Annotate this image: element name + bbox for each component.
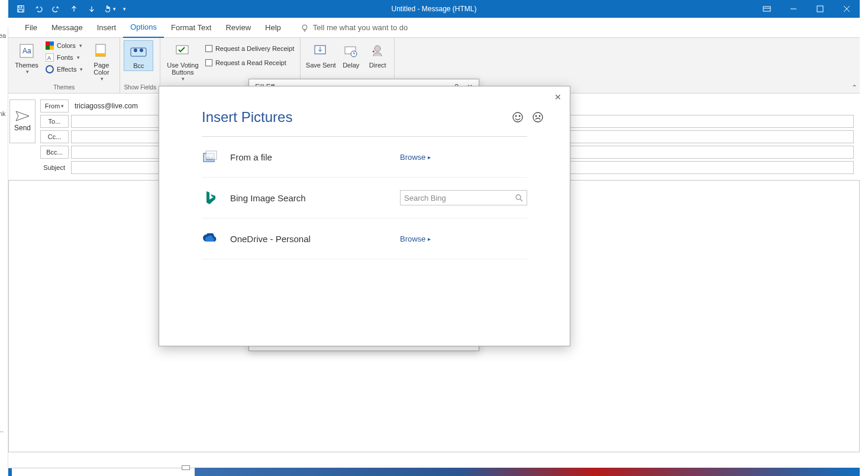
- ribbon-display-button[interactable]: [753, 0, 780, 18]
- tab-review[interactable]: Review: [218, 18, 258, 38]
- onedrive-icon: [202, 230, 218, 247]
- tell-me-placeholder: Tell me what you want to do: [313, 23, 408, 32]
- dialog-title: Insert Pictures: [159, 86, 570, 136]
- search-icon: [515, 194, 523, 202]
- window-title: Untitled - Message (HTML): [391, 5, 476, 13]
- svg-rect-11: [46, 41, 50, 46]
- delivery-receipt-checkbox[interactable]: Request a Delivery Receipt: [203, 44, 296, 53]
- svg-point-21: [134, 49, 137, 52]
- bcc-icon: [129, 42, 148, 61]
- quick-access-toolbar: ▾ ▾: [8, 1, 129, 17]
- colors-button[interactable]: Colors▾: [43, 40, 85, 51]
- svg-point-32: [535, 115, 537, 117]
- colors-icon: [45, 41, 54, 50]
- svg-point-31: [533, 112, 543, 122]
- send-button[interactable]: Send: [9, 99, 36, 143]
- svg-point-29: [515, 115, 517, 117]
- direct-icon: [368, 41, 387, 60]
- svg-line-38: [520, 199, 522, 201]
- effects-icon: [45, 65, 54, 74]
- fonts-button[interactable]: AFonts▾: [43, 52, 85, 63]
- save-button[interactable]: [13, 1, 28, 17]
- minimize-button[interactable]: [780, 0, 806, 18]
- group-show-fields: Bcc Show Fields: [120, 38, 160, 93]
- bcc-button[interactable]: Bcc: [124, 40, 153, 71]
- page-color-icon: [92, 41, 111, 60]
- undo-button[interactable]: [31, 1, 46, 17]
- svg-point-27: [375, 46, 380, 52]
- subject-label: Subject: [40, 161, 69, 174]
- svg-point-17: [46, 66, 53, 73]
- send-icon: [15, 111, 30, 121]
- bing-search-placeholder: Search Bing: [404, 194, 515, 202]
- tell-me-search[interactable]: Tell me what you want to do: [300, 23, 408, 33]
- svg-rect-3: [763, 7, 770, 11]
- close-button[interactable]: [833, 0, 860, 18]
- svg-point-22: [140, 49, 143, 52]
- tab-file[interactable]: File: [18, 18, 44, 38]
- fonts-icon: A: [45, 53, 54, 62]
- fragment-text: ..: [0, 426, 4, 433]
- svg-rect-13: [46, 46, 50, 50]
- svg-rect-5: [817, 6, 823, 12]
- cc-button[interactable]: Cc...: [40, 130, 69, 143]
- svg-text:A: A: [47, 55, 51, 61]
- redo-button[interactable]: [49, 1, 64, 17]
- title-bar: ▾ ▾ Untitled - Message (HTML): [8, 0, 860, 18]
- voting-buttons-button[interactable]: Use Voting Buttons▾: [164, 40, 202, 83]
- svg-rect-2: [19, 9, 23, 12]
- svg-rect-36: [206, 151, 217, 159]
- partial-panel-left: [0, 27, 8, 476]
- down-arrow-icon[interactable]: [84, 1, 99, 17]
- from-file-row: From a file Browse▸: [202, 137, 527, 178]
- up-arrow-icon[interactable]: [66, 1, 82, 17]
- tab-message[interactable]: Message: [44, 18, 90, 38]
- themes-button[interactable]: Aa Themes▾: [12, 40, 41, 76]
- direct-replies-button[interactable]: Direct: [364, 40, 391, 70]
- svg-rect-20: [131, 48, 146, 56]
- from-button[interactable]: From▾: [40, 99, 69, 112]
- from-file-browse-link[interactable]: Browse▸: [400, 153, 431, 162]
- onedrive-browse-link[interactable]: Browse▸: [400, 234, 431, 243]
- maximize-button[interactable]: [806, 0, 833, 18]
- file-icon: [202, 149, 218, 165]
- delay-delivery-button[interactable]: Delay: [338, 40, 363, 70]
- onedrive-label: OneDrive - Personal: [230, 234, 388, 244]
- dialog-close-button[interactable]: ✕: [554, 92, 562, 102]
- smile-icon[interactable]: [512, 111, 524, 123]
- svg-point-37: [516, 195, 521, 200]
- bing-search-row: Bing Image Search Search Bing: [202, 178, 527, 218]
- tab-format-text[interactable]: Format Text: [164, 18, 218, 38]
- collapse-ribbon-button[interactable]: ⌃: [851, 83, 857, 92]
- delay-icon: [341, 41, 360, 60]
- insert-pictures-dialog: ✕ Insert Pictures From a file Browse▸ Bi…: [159, 86, 570, 346]
- frown-icon[interactable]: [532, 111, 544, 123]
- svg-rect-1: [19, 6, 22, 8]
- tab-help[interactable]: Help: [258, 18, 288, 38]
- bcc-button[interactable]: Bcc...: [40, 146, 69, 159]
- touch-mode-button[interactable]: ▾: [102, 1, 117, 17]
- svg-point-33: [539, 115, 540, 117]
- lightbulb-icon: [300, 23, 309, 33]
- ribbon-tabs: File Message Insert Options Format Text …: [8, 18, 860, 38]
- page-color-button[interactable]: Page Color▾: [86, 40, 116, 83]
- tab-options[interactable]: Options: [123, 18, 164, 38]
- tab-insert[interactable]: Insert: [90, 18, 124, 38]
- feedback-buttons: [512, 111, 544, 123]
- svg-point-28: [513, 112, 522, 122]
- effects-button[interactable]: Effects▾: [43, 64, 85, 75]
- bing-search-input[interactable]: Search Bing: [400, 190, 527, 205]
- themes-icon: Aa: [17, 41, 36, 60]
- fragment-text: ea: [0, 32, 6, 39]
- bing-icon: [202, 189, 218, 206]
- qat-customize-button[interactable]: ▾: [120, 1, 129, 17]
- from-file-label: From a file: [230, 152, 388, 162]
- save-sent-button[interactable]: Save Sent: [304, 40, 337, 70]
- to-button[interactable]: To...: [40, 115, 69, 128]
- fragment-text: nk: [0, 110, 6, 117]
- svg-rect-14: [50, 46, 54, 50]
- svg-text:Aa: Aa: [22, 47, 31, 55]
- resize-handle[interactable]: [182, 465, 190, 470]
- read-receipt-checkbox[interactable]: Request a Read Receipt: [203, 58, 296, 67]
- svg-point-30: [519, 115, 520, 117]
